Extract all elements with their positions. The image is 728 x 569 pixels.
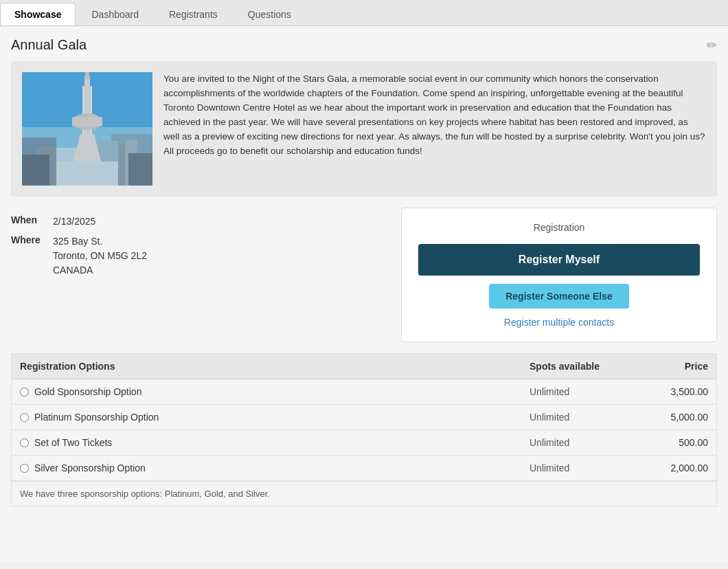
option-name-gold: Gold Sponsorship Option [20,386,530,397]
edit-icon[interactable]: ✏ [707,38,717,53]
option-label-platinum: Platinum Sponsorship Option [34,412,159,423]
option-label-gold: Gold Sponsorship Option [34,386,141,397]
event-description: You are invited to the Night of the Star… [163,72,706,186]
footer-note: We have three sponsorship options: Plati… [12,481,716,506]
details-row: When 2/13/2025 Where 325 Bay St. Toronto… [11,208,717,342]
svg-rect-14 [85,72,89,79]
tab-dashboard[interactable]: Dashboard [77,3,153,25]
tab-showcase[interactable]: Showcase [0,3,76,25]
table-row: Silver Sponsorship Option Unlimited 2,00… [12,456,716,481]
tab-bar: Showcase Dashboard Registrants Questions [0,0,728,26]
registration-options-table: Registration Options Spots available Pri… [11,353,717,506]
tab-registrants[interactable]: Registrants [155,3,232,25]
price-two-tickets: 500.00 [639,437,708,448]
tab-questions[interactable]: Questions [234,3,306,25]
spots-platinum: Unlimited [530,412,639,423]
where-value: 325 Bay St. Toronto, ON M5G 2L2 CANADA [53,234,147,278]
when-label: When [11,214,42,225]
option-radio-platinum[interactable] [20,413,29,422]
page-title-row: Annual Gala ✏ [11,37,717,53]
when-value: 2/13/2025 [53,214,95,229]
table-row: Platinum Sponsorship Option Unlimited 5,… [12,405,716,430]
option-radio-gold[interactable] [20,388,29,397]
table-row: Set of Two Tickets Unlimited 500.00 [12,430,716,456]
svg-rect-18 [22,155,49,186]
col-header-spots: Spots available [530,361,639,372]
col-header-price: Price [639,361,708,372]
option-radio-two-tickets[interactable] [20,438,29,447]
page-title: Annual Gala [11,37,87,53]
option-name-silver: Silver Sponsorship Option [20,462,530,473]
svg-rect-12 [72,117,102,126]
price-silver: 2,000.00 [639,462,708,473]
register-myself-button[interactable]: Register Myself [418,244,700,276]
main-content: Annual Gala ✏ [0,26,728,562]
option-label-two-tickets: Set of Two Tickets [34,437,112,448]
option-radio-silver[interactable] [20,464,29,473]
register-multiple-link[interactable]: Register multiple contacts [504,317,614,328]
table-row: Gold Sponsorship Option Unlimited 3,500.… [12,379,716,405]
registration-title: Registration [534,222,585,233]
svg-rect-19 [128,153,152,186]
spots-silver: Unlimited [530,462,639,473]
when-where: When 2/13/2025 Where 325 Bay St. Toronto… [11,208,390,342]
where-detail: Where 325 Bay St. Toronto, ON M5G 2L2 CA… [11,234,390,278]
spots-two-tickets: Unlimited [530,437,639,448]
price-gold: 3,500.00 [639,386,708,397]
option-name-two-tickets: Set of Two Tickets [20,437,530,448]
reg-options-header: Registration Options Spots available Pri… [12,354,716,379]
register-someone-button[interactable]: Register Someone Else [489,284,629,309]
registration-box: Registration Register Myself Register So… [401,208,717,342]
event-card: You are invited to the Night of the Star… [11,61,717,197]
price-platinum: 5,000.00 [639,412,708,423]
when-detail: When 2/13/2025 [11,214,390,229]
option-label-silver: Silver Sponsorship Option [34,462,146,473]
col-header-name: Registration Options [20,361,530,372]
spots-gold: Unlimited [530,386,639,397]
event-image [22,72,152,186]
where-label: Where [11,234,42,245]
option-name-platinum: Platinum Sponsorship Option [20,412,530,423]
